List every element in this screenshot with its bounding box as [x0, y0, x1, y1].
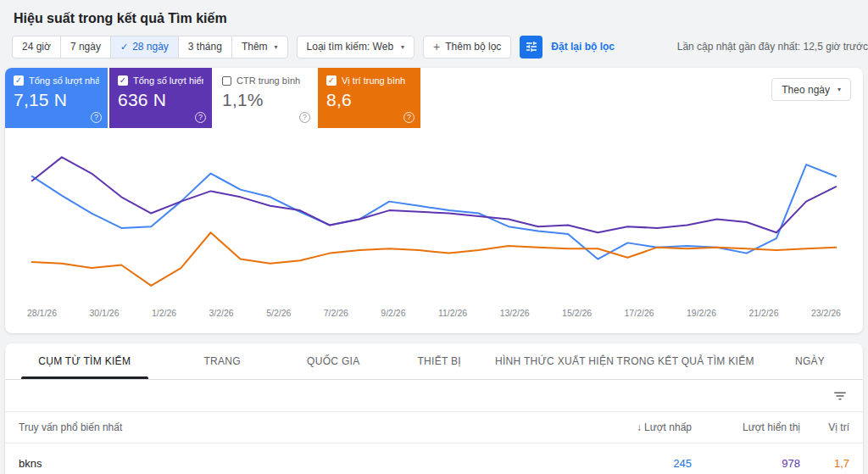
- filter-bar: 24 giờ 7 ngày ✓ 28 ngày 3 tháng Thêm ▾ L…: [0, 34, 868, 59]
- page-title: Hiệu suất trong kết quả Tìm kiếm: [0, 0, 868, 34]
- date-range-more-label: Thêm: [242, 41, 268, 53]
- x-tick: 28/1/26: [27, 308, 57, 318]
- date-range-28d-label: 28 ngày: [132, 41, 169, 53]
- granularity-dropdown[interactable]: Theo ngày ▾: [771, 78, 851, 101]
- x-tick: 5/2/26: [266, 308, 291, 318]
- date-range-3m[interactable]: 3 tháng: [178, 36, 232, 59]
- table-row[interactable]: bkns 245 978 1,7: [5, 443, 863, 474]
- tab-dates[interactable]: NGÀY: [757, 343, 863, 379]
- date-range-3m-label: 3 tháng: [188, 41, 222, 53]
- metric-card-clicks-value: 7,15 N: [14, 90, 99, 110]
- x-tick: 21/2/26: [748, 308, 778, 318]
- column-header-impressions[interactable]: Lượt hiển thị: [692, 421, 800, 433]
- performance-chart[interactable]: [5, 128, 863, 301]
- date-range-24h-label: 24 giờ: [22, 41, 51, 53]
- date-range-28d[interactable]: ✓ 28 ngày: [110, 36, 179, 59]
- details-panel: CỤM TỪ TÌM KIẾM TRANG QUỐC GIA THIẾT BỊ …: [5, 343, 863, 474]
- x-tick: 17/2/26: [625, 308, 654, 318]
- date-range-selector: 24 giờ 7 ngày ✓ 28 ngày 3 tháng Thêm ▾: [12, 36, 288, 59]
- date-range-7d-label: 7 ngày: [70, 41, 101, 53]
- column-header-position[interactable]: Vị trí: [800, 421, 849, 433]
- chevron-down-icon: ▾: [275, 43, 278, 51]
- x-tick: 15/2/26: [562, 308, 592, 318]
- metric-card-impressions-value: 636 N: [118, 90, 203, 110]
- x-tick: 3/2/26: [209, 308, 234, 318]
- x-tick: 30/1/26: [89, 308, 119, 318]
- metric-card-impressions[interactable]: ✓ Tổng số lượt hiển ... 636 N ?: [109, 68, 212, 128]
- checkbox-checked-icon[interactable]: ✓: [118, 75, 128, 86]
- date-range-7d[interactable]: 7 ngày: [60, 36, 111, 59]
- add-filter-label: Thêm bộ lọc: [445, 41, 501, 53]
- filter-list-icon[interactable]: [832, 388, 848, 404]
- table-tabs: CỤM TỪ TÌM KIẾM TRANG QUỐC GIA THIẾT BỊ …: [5, 343, 863, 380]
- tab-search-appearance[interactable]: HÌNH THỨC XUẤT HIỆN TRONG KẾT QUẢ TÌM KI…: [492, 343, 757, 379]
- add-filter-button[interactable]: + Thêm bộ lọc: [423, 36, 511, 59]
- metric-card-ctr-value: 1,1%: [222, 90, 308, 110]
- metric-card-clicks[interactable]: ✓ Tổng số lượt nhấp 7,15 N ?: [5, 68, 108, 128]
- column-header-clicks-label: Lượt nhấp: [644, 421, 692, 433]
- metrics-header: ✓ Tổng số lượt nhấp 7,15 N ? ✓ Tổng số l…: [5, 68, 863, 128]
- metric-card-position-value: 8,6: [326, 90, 412, 110]
- x-tick: 13/2/26: [500, 308, 530, 318]
- checkbox-checked-icon[interactable]: ✓: [14, 75, 24, 86]
- table-toolbar: [5, 380, 863, 412]
- tab-countries[interactable]: QUỐC GIA: [281, 343, 387, 379]
- date-range-more[interactable]: Thêm ▾: [231, 36, 288, 59]
- x-tick: 7/2/26: [324, 308, 348, 318]
- search-type-label: Loại tìm kiếm: Web: [307, 41, 393, 53]
- column-header-clicks[interactable]: ↓Lượt nhấp: [565, 421, 692, 433]
- help-icon[interactable]: ?: [299, 112, 310, 123]
- column-header-query[interactable]: Truy vấn phổ biến nhất: [19, 421, 565, 433]
- tab-pages[interactable]: TRANG: [164, 343, 280, 379]
- x-tick: 23/2/26: [811, 308, 841, 318]
- clicks-cell: 245: [565, 457, 692, 470]
- help-icon[interactable]: ?: [91, 112, 102, 123]
- metric-card-impressions-label: Tổng số lượt hiển ...: [133, 75, 203, 86]
- performance-panel: ✓ Tổng số lượt nhấp 7,15 N ? ✓ Tổng số l…: [5, 68, 863, 333]
- search-type-dropdown[interactable]: Loại tìm kiếm: Web ▾: [297, 36, 415, 59]
- table-header: Truy vấn phổ biến nhất ↓Lượt nhấp Lượt h…: [5, 412, 863, 443]
- metric-card-clicks-label: Tổng số lượt nhấp: [29, 75, 99, 86]
- impressions-cell: 978: [692, 457, 800, 470]
- reset-filters-link[interactable]: Đặt lại bộ lọc: [551, 41, 615, 53]
- help-icon[interactable]: ?: [403, 112, 415, 123]
- metric-card-position[interactable]: ✓ Vị trí trung bình 8,6 ?: [318, 68, 420, 128]
- x-tick: 19/2/26: [687, 308, 716, 318]
- help-icon[interactable]: ?: [195, 112, 206, 123]
- chevron-down-icon: ▾: [837, 86, 841, 93]
- line-chart[interactable]: [27, 143, 841, 301]
- x-tick: 11/2/26: [438, 308, 467, 318]
- sort-desc-icon: ↓: [637, 421, 642, 433]
- check-icon: ✓: [120, 42, 128, 53]
- metric-card-position-label: Vị trí trung bình: [342, 75, 405, 86]
- checkbox-checked-icon[interactable]: ✓: [326, 75, 337, 86]
- checkbox-unchecked-icon[interactable]: [222, 76, 231, 86]
- metric-card-ctr-label: CTR trung bình: [236, 75, 300, 86]
- metric-cards: ✓ Tổng số lượt nhấp 7,15 N ? ✓ Tổng số l…: [5, 68, 420, 128]
- x-tick: 9/2/26: [381, 308, 405, 318]
- granularity-label: Theo ngày: [782, 84, 830, 96]
- position-cell: 1,7: [800, 457, 849, 470]
- tab-queries[interactable]: CỤM TỪ TÌM KIẾM: [5, 343, 164, 379]
- tune-icon: [525, 40, 538, 53]
- metric-card-ctr[interactable]: CTR trung bình 1,1% ?: [214, 68, 316, 128]
- filter-tune-button[interactable]: [520, 36, 542, 59]
- last-updated-text: Lần cập nhật gần đây nhất: 12,5 giờ trướ…: [677, 41, 868, 53]
- chart-x-axis: 28/1/26 30/1/26 1/2/26 3/2/26 5/2/26 7/2…: [27, 308, 841, 333]
- date-range-24h[interactable]: 24 giờ: [12, 36, 61, 59]
- chevron-down-icon: ▾: [401, 43, 404, 51]
- query-cell[interactable]: bkns: [19, 457, 565, 470]
- x-tick: 1/2/26: [152, 308, 176, 318]
- tab-devices[interactable]: THIẾT BỊ: [387, 343, 492, 379]
- plus-icon: +: [433, 40, 440, 53]
